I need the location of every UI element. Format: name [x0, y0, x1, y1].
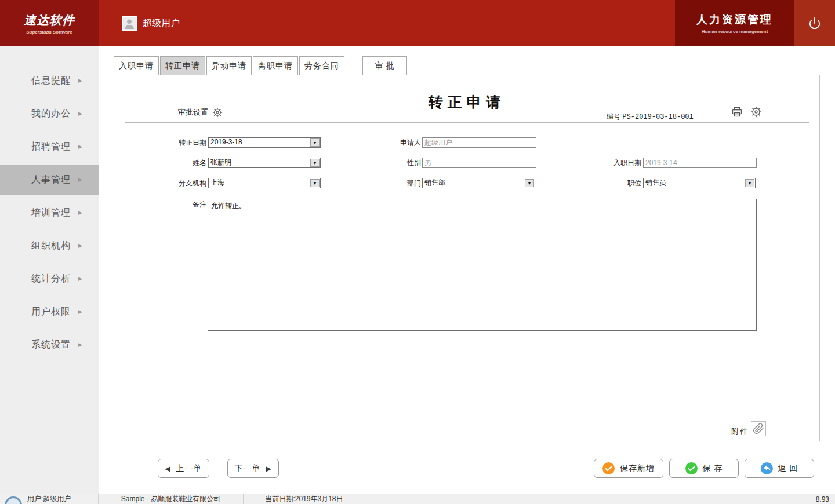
status-company: Sample - 易顺服装鞋业有限公司	[99, 494, 244, 504]
print-button[interactable]	[731, 106, 743, 120]
name-label: 姓名	[148, 159, 206, 167]
gear-icon[interactable]	[212, 107, 223, 118]
logout-button[interactable]	[794, 0, 835, 46]
save-and-new-button[interactable]: 保存新增	[594, 459, 663, 478]
next-record-button[interactable]: 下一单 ▶	[227, 459, 279, 478]
sidebar-item-label: 我的办公	[31, 108, 71, 120]
chevron-down-icon: ▼	[528, 181, 532, 185]
save-button[interactable]: 保 存	[669, 459, 739, 478]
dropdown-button[interactable]: ▼	[525, 179, 534, 187]
hire-date-field[interactable]	[643, 158, 757, 168]
app-title-block: 人力资源管理 Human resource management	[675, 0, 794, 46]
current-user[interactable]: 超级用户	[122, 16, 180, 31]
applicant-field[interactable]	[422, 137, 536, 148]
power-icon	[808, 17, 821, 30]
sidebar-item-statistics[interactable]: 统计分析 ▶	[0, 264, 99, 294]
tab-resignation-application[interactable]: 离职申请	[253, 56, 298, 75]
sidebar-item-organization[interactable]: 组织机构 ▶	[0, 231, 99, 261]
check-circle-orange-icon	[602, 462, 615, 474]
user-name-label: 超级用户	[143, 17, 180, 30]
transfer-date-select[interactable]: 2019-3-18 ▼	[208, 137, 321, 148]
sidebar-item-recruitment[interactable]: 招聘管理 ▶	[0, 132, 99, 162]
user-avatar-icon[interactable]	[122, 16, 137, 31]
chevron-down-icon: ▼	[313, 161, 317, 165]
dropdown-button[interactable]: ▼	[310, 159, 320, 167]
position-value: 销售员	[644, 178, 745, 188]
sidebar-item-info-reminder[interactable]: 信息提醒 ▶	[0, 65, 99, 96]
right-triangle-icon: ▶	[266, 465, 271, 473]
tab-regularization-application[interactable]: 转正申请	[160, 56, 205, 75]
attachment-button[interactable]	[751, 421, 766, 436]
name-value: 张新明	[209, 158, 310, 167]
gender-field[interactable]	[422, 158, 536, 168]
check-circle-green-icon	[685, 462, 698, 474]
hire-date-label: 入职日期	[583, 159, 641, 167]
printer-icon	[731, 106, 743, 118]
branch-value: 上海	[209, 178, 310, 188]
sidebar-item-label: 组织机构	[31, 240, 71, 252]
sidebar-item-label: 信息提醒	[31, 75, 71, 87]
applicant-label: 申请人	[363, 138, 421, 147]
document-number-label: 编号	[607, 112, 620, 120]
tab-approval[interactable]: 审 批	[362, 56, 407, 75]
dropdown-button[interactable]: ▼	[310, 138, 320, 147]
chevron-right-icon: ▶	[78, 111, 82, 116]
chevron-down-icon: ▼	[748, 181, 752, 185]
app-subtitle: Human resource management	[702, 29, 768, 34]
sidebar: 信息提醒 ▶ 我的办公 ▶ 招聘管理 ▶ 人事管理 ▶ 培训管理 ▶ 组织机构 …	[0, 46, 99, 494]
sidebar-item-system-settings[interactable]: 系统设置 ▶	[0, 330, 99, 360]
sidebar-item-user-permissions[interactable]: 用户权限 ▶	[0, 297, 99, 327]
transfer-date-value: 2019-3-18	[209, 138, 310, 147]
app-header: 速达软件 Superstada Software 超级用户 人力资源管理 Hum…	[0, 0, 835, 46]
sidebar-item-training[interactable]: 培训管理 ▶	[0, 198, 99, 228]
dropdown-button[interactable]: ▼	[310, 179, 320, 187]
back-label: 返 回	[778, 463, 798, 474]
paperclip-icon	[753, 423, 764, 434]
tab-labor-contract[interactable]: 劳务合同	[299, 56, 344, 75]
tab-label: 入职申请	[119, 61, 154, 71]
branch-label: 分支机构	[148, 179, 206, 187]
chevron-right-icon: ▶	[78, 144, 82, 149]
back-arrow-blue-icon	[761, 462, 773, 474]
chevron-down-icon: ▼	[313, 141, 317, 145]
status-version: 8.93	[707, 494, 835, 504]
back-button[interactable]: 返 回	[745, 459, 814, 478]
remarks-textarea[interactable]: 允许转正。	[208, 199, 757, 331]
department-select[interactable]: 销售部 ▼	[422, 178, 535, 188]
dropdown-button[interactable]: ▼	[745, 179, 754, 187]
left-triangle-icon: ◀	[165, 465, 170, 473]
sidebar-item-label: 用户权限	[31, 306, 71, 318]
tab-onboarding-application[interactable]: 入职申请	[114, 56, 159, 75]
sidebar-item-my-office[interactable]: 我的办公 ▶	[0, 98, 99, 129]
save-and-new-label: 保存新增	[620, 463, 655, 474]
settings-button[interactable]	[750, 106, 762, 120]
approval-settings-button[interactable]: 审批设置	[178, 107, 223, 118]
save-label: 保 存	[703, 463, 723, 474]
sidebar-item-label: 系统设置	[31, 339, 71, 351]
approval-settings-label: 审批设置	[178, 107, 208, 118]
chevron-right-icon: ▶	[78, 177, 82, 182]
form-panel: 转正申请 审批设置 编号 PS-2019-03-18-001	[114, 75, 820, 441]
previous-record-label: 上一单	[176, 463, 202, 474]
previous-record-button[interactable]: ◀ 上一单	[158, 459, 209, 478]
remarks-label: 备注	[148, 200, 206, 209]
brand-logo: 速达软件 Superstada Software	[0, 0, 99, 46]
chevron-right-icon: ▶	[78, 210, 82, 216]
position-label: 职位	[583, 179, 641, 187]
chevron-right-icon: ▶	[78, 309, 82, 315]
transfer-date-label: 转正日期	[148, 138, 206, 147]
name-select[interactable]: 张新明 ▼	[208, 158, 321, 168]
tab-label: 异动申请	[212, 61, 246, 71]
position-select[interactable]: 销售员 ▼	[643, 178, 756, 188]
chevron-right-icon: ▶	[78, 243, 82, 249]
branch-select[interactable]: 上海 ▼	[208, 178, 321, 188]
chevron-right-icon: ▶	[78, 342, 82, 348]
sidebar-item-label: 培训管理	[31, 207, 71, 219]
department-label: 部门	[363, 179, 421, 187]
tab-transfer-application[interactable]: 异动申请	[206, 56, 252, 75]
tab-label: 转正申请	[165, 61, 200, 71]
chevron-down-icon: ▼	[313, 181, 317, 185]
next-record-label: 下一单	[234, 463, 260, 474]
sidebar-item-personnel[interactable]: 人事管理 ▶	[0, 165, 99, 195]
tab-label: 离职申请	[258, 61, 293, 71]
